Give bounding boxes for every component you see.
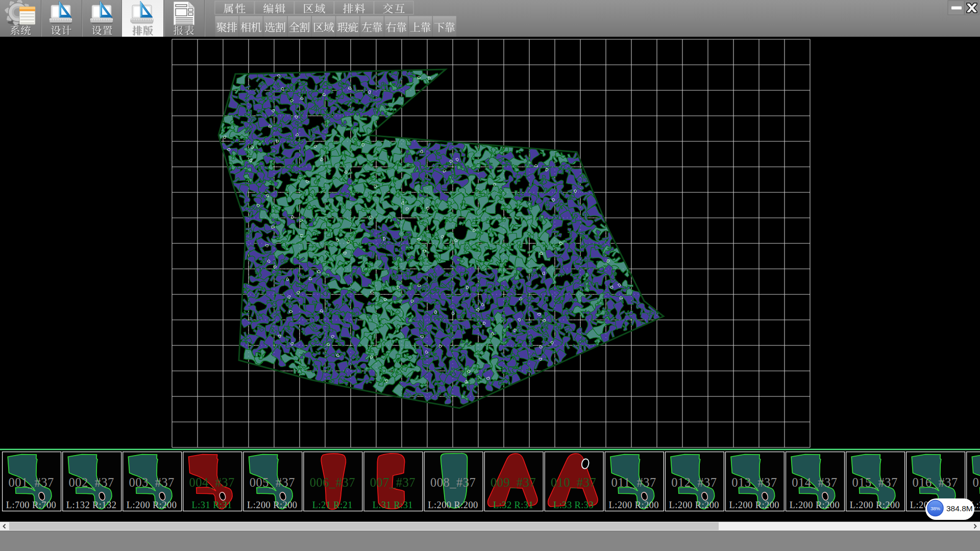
svg-text:L:21 R:21: L:21 R:21 — [312, 500, 353, 510]
svg-text:L:200 R:200: L:200 R:200 — [729, 500, 779, 510]
svg-text:L:200 R:200: L:200 R:200 — [790, 500, 840, 510]
svg-text:007_#37: 007_#37 — [370, 475, 415, 489]
svg-text:008_#37: 008_#37 — [430, 475, 476, 489]
svg-text:384.8M: 384.8M — [946, 504, 973, 513]
svg-text:L:200 R:200: L:200 R:200 — [669, 500, 719, 510]
svg-text:017_#37: 017_#37 — [972, 475, 980, 489]
svg-text:L:33 R:33: L:33 R:33 — [553, 500, 594, 510]
svg-text:38%: 38% — [930, 506, 941, 511]
svg-text:L:700 R:700: L:700 R:700 — [6, 500, 56, 510]
svg-text:012_#37: 012_#37 — [671, 475, 717, 489]
svg-text:L:200 R:200: L:200 R:200 — [428, 500, 478, 510]
svg-text:010_#37: 010_#37 — [551, 475, 596, 489]
svg-text:009_#37: 009_#37 — [491, 475, 536, 489]
svg-text:L:200 R:200: L:200 R:200 — [247, 500, 297, 510]
svg-text:L:200 R:200: L:200 R:200 — [127, 500, 177, 510]
svg-text:L:31 R:31: L:31 R:31 — [373, 500, 413, 510]
svg-text:L:31 R:31: L:31 R:31 — [192, 500, 232, 510]
svg-text:L:32 R:31: L:32 R:31 — [493, 500, 533, 510]
svg-text:016_#37: 016_#37 — [912, 475, 958, 489]
svg-text:014_#37: 014_#37 — [792, 475, 837, 489]
svg-text:013_#37: 013_#37 — [731, 475, 777, 489]
svg-text:L:200 R:200: L:200 R:200 — [608, 500, 658, 510]
svg-text:003_#37: 003_#37 — [129, 475, 174, 489]
svg-text:L:200 R:200: L:200 R:200 — [850, 500, 900, 510]
svg-text:011_#37: 011_#37 — [611, 475, 656, 489]
svg-text:004_#37: 004_#37 — [189, 475, 235, 489]
svg-text:L:132 R:132: L:132 R:132 — [66, 500, 116, 510]
svg-text:005_#37: 005_#37 — [250, 475, 295, 489]
svg-text:015_#37: 015_#37 — [852, 475, 897, 489]
svg-text:001_#37: 001_#37 — [8, 475, 54, 489]
svg-text:006_#37: 006_#37 — [310, 475, 355, 489]
svg-text:002_#37: 002_#37 — [68, 475, 114, 489]
